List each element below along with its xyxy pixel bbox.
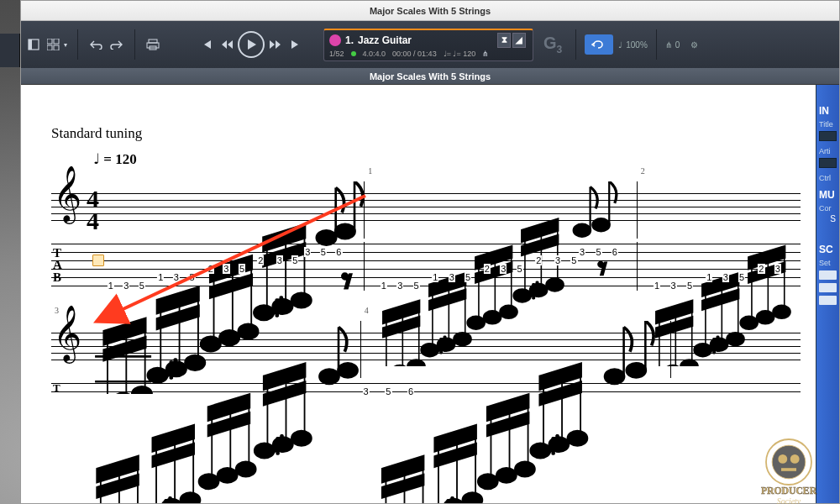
inspector-sidebar[interactable]: IN Title Arti Ctrl MU Cor S SC Set <box>816 85 839 503</box>
measure-5-notation[interactable]: 4 ♯ <box>361 321 671 378</box>
fast-forward-button[interactable] <box>266 32 285 57</box>
measure-1-tab[interactable]: TAB 135 135 235 235 356 <box>51 242 365 291</box>
window-titlebar: Major Scales With 5 Strings <box>21 1 839 21</box>
document-subtitle: Major Scales With 5 Strings <box>370 71 491 81</box>
svg-text:♯: ♯ <box>273 293 286 321</box>
countdown-icon[interactable]: ⧗ <box>497 33 511 48</box>
tab-partial[interactable]: T 356 <box>51 381 801 395</box>
svg-point-130 <box>181 493 199 503</box>
svg-rect-1 <box>29 39 32 50</box>
svg-point-85 <box>574 224 590 236</box>
time-signature-display: 4.0:4.0 <box>363 50 386 58</box>
svg-rect-6 <box>149 39 157 43</box>
view-options-icon[interactable]: ▾ <box>45 32 69 57</box>
panel-toggle-icon[interactable] <box>24 32 43 57</box>
speed-value: 100% <box>626 40 648 50</box>
svg-point-184 <box>568 432 586 445</box>
transpose-control[interactable]: ⋔ 0 <box>665 40 680 50</box>
svg-point-145 <box>255 444 274 457</box>
transpose-value: 0 <box>675 40 680 50</box>
svg-point-81 <box>514 290 530 302</box>
tempo-marking: ♩ = 120 <box>93 150 801 168</box>
sidebar-section-score: SC <box>816 239 839 257</box>
play-button[interactable] <box>238 31 265 58</box>
metronome-icon[interactable]: ◢ <box>512 33 526 48</box>
tuning-fork-icon[interactable]: ⋔ <box>482 50 489 58</box>
tuning-label: Standard tuning <box>51 125 801 142</box>
track-name: Jazz Guitar <box>358 34 412 46</box>
measure-1-notation[interactable]: 𝄞 44 ♯ <box>51 181 365 239</box>
measure-2-tab[interactable]: 135 135 235 235 356 <box>365 242 638 291</box>
go-start-button[interactable] <box>197 32 216 57</box>
notation-system-2: 3 𝄞 ♯ <box>51 321 801 378</box>
svg-point-175 <box>497 469 516 482</box>
svg-text:♯: ♯ <box>162 494 174 503</box>
track-number: 1. <box>345 34 354 46</box>
instrument-icon <box>329 34 341 46</box>
speed-control[interactable]: ♩ 100% <box>618 40 648 50</box>
svg-point-176 <box>516 462 534 475</box>
svg-point-138 <box>218 469 237 482</box>
svg-rect-5 <box>54 45 59 50</box>
title-field[interactable] <box>819 131 837 141</box>
tuning-fork-icon: ⋔ <box>665 40 672 50</box>
time-current: 00:00 <box>392 50 412 58</box>
tab-system-1: TAB 135 135 235 235 356 135 135 235 235 … <box>51 242 801 291</box>
svg-rect-7 <box>147 43 159 48</box>
measure-number: 2 <box>641 166 645 176</box>
svg-point-188 <box>627 364 645 377</box>
artist-field[interactable] <box>819 158 837 168</box>
tab-system-2-partial: T 356 <box>51 381 801 395</box>
transport-controls <box>197 31 305 58</box>
tempo-mini-display: ♩= ♩= 120 <box>444 50 476 58</box>
svg-point-151 <box>339 364 357 377</box>
svg-text:♯: ♯ <box>444 494 456 503</box>
sidebar-section-music: MU <box>816 184 839 202</box>
svg-point-75 <box>501 306 517 318</box>
layout-option-icon[interactable] <box>819 270 837 280</box>
notation-system-1: 𝄞 44 ♯ <box>51 181 801 239</box>
svg-point-174 <box>479 475 497 488</box>
redo-button[interactable] <box>108 32 126 57</box>
edit-cursor[interactable] <box>92 255 104 266</box>
score-viewport[interactable]: Standard tuning ♩ = 120 𝄞 44 <box>21 85 816 503</box>
svg-rect-2 <box>47 39 52 44</box>
svg-point-114 <box>774 306 790 318</box>
activity-indicator-icon <box>351 51 356 56</box>
document-subheader: Major Scales With 5 Strings <box>21 68 839 85</box>
print-button[interactable] <box>144 32 162 57</box>
quarter-note-icon: ♩ <box>618 40 622 50</box>
svg-point-182 <box>531 444 549 457</box>
chord-display: G3 <box>538 34 567 55</box>
undo-button[interactable] <box>87 32 105 57</box>
main-toolbar: ▾ 1. Jazz Guitar ⧗ <box>21 21 839 68</box>
quarter-note-icon: ♩ <box>93 151 103 167</box>
loop-button[interactable] <box>585 34 613 55</box>
bar-position: 1/52 <box>329 50 344 58</box>
rewind-button[interactable] <box>218 32 236 57</box>
svg-point-137 <box>200 475 218 488</box>
layout-option-icon[interactable] <box>819 296 837 305</box>
measure-4-notation[interactable]: 3 𝄞 ♯ <box>51 321 361 378</box>
tab-clef: TAB <box>53 247 61 283</box>
svg-point-87 <box>593 219 609 231</box>
svg-point-139 <box>237 462 255 475</box>
go-end-button[interactable] <box>286 32 305 57</box>
time-total: 01:43 <box>417 50 437 58</box>
layout-option-icon[interactable] <box>819 283 837 292</box>
settings-icon[interactable]: ⚙ <box>685 32 703 57</box>
measure-3-notation-partial[interactable]: 2 ♯ <box>638 181 801 239</box>
measure-6-notation-partial[interactable] <box>671 321 801 378</box>
svg-rect-3 <box>54 39 59 44</box>
track-info-panel[interactable]: 1. Jazz Guitar ⧗ ◢ 1/52 4.0:4.0 00:00 / … <box>323 29 533 61</box>
app-window: Major Scales With 5 Strings ▾ <box>20 0 840 504</box>
svg-point-44 <box>292 293 311 307</box>
notes-beam-group: ♯ ♯ <box>51 321 360 503</box>
measure-3-tab-partial[interactable]: 135 135 23 <box>638 242 801 291</box>
svg-text:♯: ♯ <box>274 432 286 459</box>
svg-point-42 <box>255 306 273 319</box>
measure-2-notation[interactable]: 1 ♯ <box>365 181 638 239</box>
svg-point-147 <box>292 432 311 445</box>
measure-number: 1 <box>368 166 372 176</box>
notes-beam-group: ♯ ♯ <box>361 321 670 503</box>
